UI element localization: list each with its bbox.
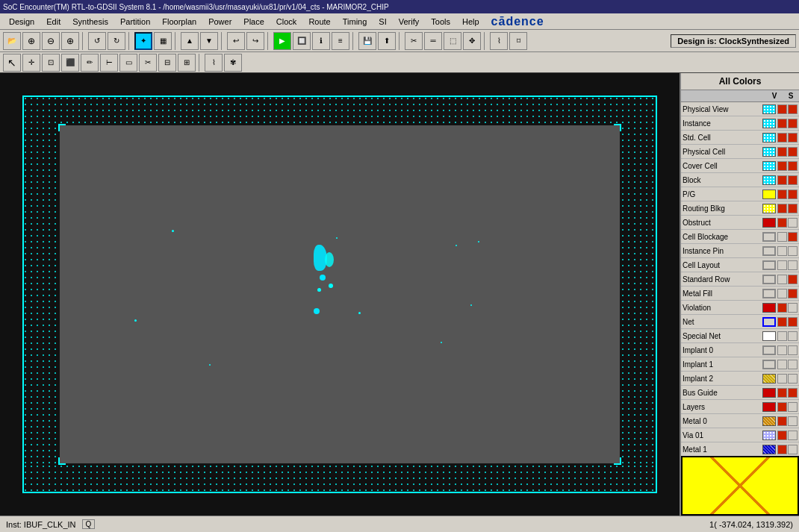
color-row-4[interactable]: Cover Cell [681,159,799,173]
color-row-11[interactable]: Cell Layout [681,258,799,272]
highlight-tool[interactable]: ⬛ [61,54,79,72]
open-button[interactable]: 📂 [3,32,21,50]
color-v-0[interactable] [777,104,787,114]
select-tool[interactable]: ↖ [3,54,21,72]
color-s-21[interactable] [788,402,798,412]
color-v-3[interactable] [777,147,787,157]
query-button[interactable]: Q [82,519,96,529]
color-row-2[interactable]: Std. Cell [681,131,799,145]
mirror-tool[interactable]: ⊟ [158,54,176,72]
color-row-18[interactable]: Implant 1 [681,357,799,372]
route-button[interactable]: ⌑ [509,32,527,50]
color-row-5[interactable]: Block [681,173,799,187]
color-s-15[interactable] [788,317,798,327]
color-v-20[interactable] [777,388,787,398]
color-v-19[interactable] [777,374,787,384]
select-button[interactable]: ⬚ [444,32,461,50]
color-s-24[interactable] [788,445,798,454]
color-row-20[interactable]: Bus Guide [681,386,799,400]
cut-button[interactable]: ✂ [405,32,423,50]
arrow-up-button[interactable]: ▲ [181,32,199,50]
save-button[interactable]: 💾 [358,32,376,50]
color-v-23[interactable] [777,431,787,440]
color-v-18[interactable] [777,360,787,369]
color-row-0[interactable]: Physical View [681,102,799,116]
color-row-7[interactable]: Routing Blkg [681,201,799,216]
color-row-14[interactable]: Violation [681,301,799,315]
color-v-1[interactable] [777,119,787,128]
color-s-3[interactable] [788,147,798,157]
undo-button[interactable]: ↩ [227,32,245,50]
color-row-16[interactable]: Special Net [681,329,799,343]
color-v-24[interactable] [777,445,787,454]
color-s-5[interactable] [788,175,798,185]
menu-partition[interactable]: Partition [114,16,156,28]
color-row-1[interactable]: Instance [681,116,799,131]
color-s-18[interactable] [788,360,798,369]
cursor-button[interactable]: ✦ [134,32,152,50]
color-row-17[interactable]: Implant 0 [681,343,799,357]
color-row-12[interactable]: Standard Row [681,272,799,287]
menu-route[interactable]: Route [302,16,336,28]
color-v-8[interactable] [777,218,787,228]
color-s-8[interactable] [788,218,798,228]
snap-tool[interactable]: ⊞ [178,54,196,72]
color-row-9[interactable]: Cell Blockage [681,230,799,244]
line-tool[interactable]: ⊢ [100,54,118,72]
color-row-19[interactable]: Implant 2 [681,372,799,386]
menu-design[interactable]: Design [3,16,40,28]
color-row-22[interactable]: Metal 0 [681,414,799,428]
menu-synthesis[interactable]: Synthesis [66,16,114,28]
color-s-16[interactable] [788,331,798,341]
menu-tools[interactable]: Tools [425,16,456,28]
color-v-14[interactable] [777,303,787,313]
color-s-0[interactable] [788,104,798,114]
menu-edit[interactable]: Edit [40,16,66,28]
color-v-11[interactable] [777,260,787,270]
hatch-button[interactable]: ▦ [154,32,172,50]
canvas-area[interactable] [0,73,680,516]
refresh2-button[interactable]: ↻ [108,32,125,50]
color-v-22[interactable] [777,416,787,426]
menu-help[interactable]: Help [456,16,485,28]
color-row-23[interactable]: Via 01 [681,428,799,442]
color-row-21[interactable]: Layers [681,400,799,414]
color-s-7[interactable] [788,204,798,213]
box-tool[interactable]: ▭ [119,54,137,72]
chip-button[interactable]: 🔲 [293,32,311,50]
color-v-7[interactable] [777,204,787,213]
color-s-13[interactable] [788,289,798,298]
color-v-15[interactable] [777,317,787,327]
color-s-9[interactable] [788,232,798,242]
flatten-button[interactable]: ═ [424,32,442,50]
script-button[interactable]: ≡ [332,32,349,50]
cut-tool[interactable]: ✂ [139,54,157,72]
color-v-17[interactable] [777,345,787,355]
color-s-4[interactable] [788,161,798,171]
refresh-button[interactable]: ↺ [88,32,106,50]
color-v-5[interactable] [777,175,787,185]
color-s-22[interactable] [788,416,798,426]
menu-clock[interactable]: Clock [270,16,303,28]
info-button[interactable]: ℹ [312,32,330,50]
color-s-2[interactable] [788,133,798,143]
color-v-4[interactable] [777,161,787,171]
color-row-10[interactable]: Instance Pin [681,244,799,258]
move-button[interactable]: ✥ [463,32,481,50]
color-s-14[interactable] [788,303,798,313]
menu-si[interactable]: SI [373,16,392,28]
color-v-21[interactable] [777,402,787,412]
color-v-6[interactable] [777,190,787,199]
pen-tool[interactable]: ✏ [81,54,99,72]
menu-verify[interactable]: Verify [393,16,426,28]
move-tool[interactable]: ✛ [22,54,40,72]
zoom-in-button[interactable]: ⊕ [61,32,79,50]
colors-list[interactable]: Physical ViewInstanceStd. CellPhysical C… [681,102,799,456]
color-v-9[interactable] [777,232,787,242]
menu-power[interactable]: Power [202,16,237,28]
color-s-1[interactable] [788,119,798,128]
color-row-24[interactable]: Metal 1 [681,442,799,456]
export-button[interactable]: ⬆ [378,32,396,50]
color-s-10[interactable] [788,246,798,256]
arrow-down-button[interactable]: ▼ [200,32,218,50]
